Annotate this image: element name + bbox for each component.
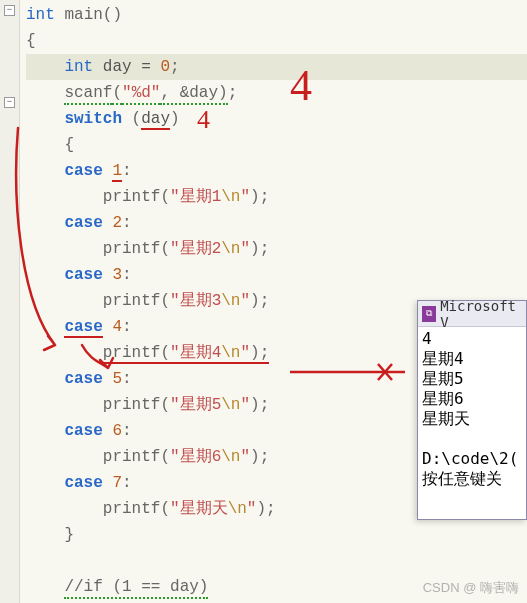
code-line[interactable]: switch (day): [26, 106, 527, 132]
code-line[interactable]: int main(): [26, 2, 527, 28]
console-title-text: Microsoft V: [440, 298, 522, 330]
watermark: CSDN @ 嗨害嗨: [423, 579, 519, 597]
code-line[interactable]: printf("星期2\n");: [26, 236, 527, 262]
console-window[interactable]: ⧉ Microsoft V 4 星期4 星期5 星期6 星期天 D:\code\…: [417, 300, 527, 520]
fold-icon[interactable]: −: [4, 5, 15, 16]
code-line[interactable]: case 1:: [26, 158, 527, 184]
console-output: 4 星期4 星期5 星期6 星期天 D:\code\2( 按任意键关: [418, 327, 526, 491]
code-line[interactable]: printf("星期1\n");: [26, 184, 527, 210]
code-line[interactable]: }: [26, 522, 527, 548]
code-line[interactable]: case 3:: [26, 262, 527, 288]
code-line[interactable]: int day = 0;: [26, 54, 527, 80]
code-line[interactable]: scanf("%d", &day);: [26, 80, 527, 106]
vs-icon: ⧉: [422, 306, 436, 322]
fold-gutter: − −: [0, 0, 20, 603]
code-line[interactable]: [26, 548, 527, 574]
code-line[interactable]: {: [26, 28, 527, 54]
console-titlebar[interactable]: ⧉ Microsoft V: [418, 301, 526, 327]
code-line[interactable]: case 2:: [26, 210, 527, 236]
code-line[interactable]: {: [26, 132, 527, 158]
fold-icon[interactable]: −: [4, 97, 15, 108]
